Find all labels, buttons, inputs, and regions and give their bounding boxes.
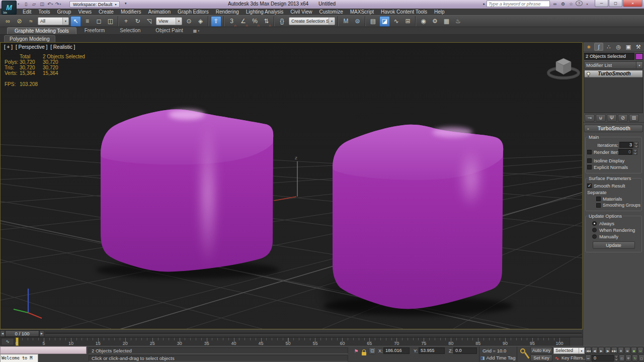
isolate-selection-icon[interactable]: ⚑ — [353, 347, 360, 354]
menu-create[interactable]: Create — [95, 9, 117, 15]
zoom-icon[interactable]: ⊕ — [618, 347, 624, 354]
ribbon-options-button[interactable]: ▦ ▾ — [193, 27, 199, 34]
exchange-apps-icon[interactable]: ⚙ — [559, 1, 567, 7]
render-iters-checkbox[interactable] — [587, 150, 592, 154]
explicit-normals-checkbox[interactable] — [587, 165, 592, 169]
render-production-icon[interactable]: ♨ — [453, 16, 463, 27]
maximize-button[interactable]: ◻ — [609, 0, 622, 7]
remove-modifier-icon[interactable]: ⊘ — [618, 114, 628, 122]
curve-editor-icon[interactable]: ∿ — [391, 16, 401, 27]
smoothing-groups-checkbox[interactable] — [596, 203, 601, 208]
schematic-view-icon[interactable]: ⊞ — [403, 16, 413, 27]
ribbon-tab-selection[interactable]: Selection — [113, 27, 147, 34]
z-coordinate-field[interactable]: 0.0 — [453, 347, 477, 354]
menu-group[interactable]: Group — [54, 9, 75, 15]
search-expand-icon[interactable]: ▸ — [483, 2, 485, 6]
add-time-tag-label[interactable]: Add Time Tag — [487, 355, 516, 360]
time-slider-track[interactable] — [45, 332, 582, 335]
utilities-tab[interactable]: ⚒ — [633, 43, 643, 51]
auto-key-button[interactable]: Auto Key — [530, 347, 552, 354]
spinner-down-icon[interactable]: ▾ — [634, 145, 638, 148]
go-to-start-button[interactable]: |◀◀ — [585, 347, 591, 354]
object-name-field[interactable]: 2 Objects Selected — [584, 53, 634, 60]
select-and-scale-icon[interactable]: ◹ — [144, 16, 154, 27]
graphite-ribbon-toggle-icon[interactable]: ◪ — [379, 16, 390, 27]
select-and-rotate-icon[interactable]: ↻ — [132, 16, 143, 27]
app-logo[interactable]: M 3ds — [2, 1, 17, 15]
select-and-link-icon[interactable]: ∞ — [3, 16, 13, 27]
undo-icon[interactable]: ↶▾ — [46, 1, 54, 8]
selection-lock-icon[interactable] — [362, 352, 366, 355]
menu-civil-view[interactable]: Civil View — [287, 9, 315, 15]
minimize-button[interactable]: ─ — [595, 0, 608, 7]
infocenter-search-icon[interactable]: ∞ — [551, 1, 558, 7]
unlink-selection-icon[interactable]: ⊘ — [14, 16, 25, 27]
bind-to-space-warp-icon[interactable]: ≈ — [26, 16, 36, 27]
spinner-down-icon[interactable]: ▾ — [633, 152, 637, 155]
layer-manager-icon[interactable]: ▤ — [368, 16, 378, 27]
selection-filter-dropdown[interactable]: All▼ — [38, 17, 69, 25]
percent-snap-icon[interactable]: %∩ — [250, 16, 260, 27]
ribbon-tab-graphite-modeling-tools[interactable]: Graphite Modeling Tools — [7, 27, 76, 34]
motion-tab[interactable]: ◎ — [614, 43, 623, 51]
y-coordinate-field[interactable]: 53.955 — [419, 347, 445, 354]
right-cube[interactable] — [333, 125, 503, 309]
rendered-frame-window-icon[interactable]: ▦ — [441, 16, 452, 27]
previous-frame-button[interactable]: ◀| — [592, 347, 598, 354]
modifier-list-dropdown[interactable]: Modifier List ▼ — [584, 61, 643, 69]
mini-curve-editor-icon[interactable]: ∿ — [1, 338, 14, 345]
named-selection-sets-dropdown[interactable]: Create Selection Se▼ — [289, 17, 335, 25]
favorites-star-icon[interactable]: ☆ — [568, 1, 575, 7]
zoom-all-icon[interactable]: ⊞ — [624, 347, 630, 354]
smooth-result-checkbox[interactable] — [587, 184, 592, 188]
zoom-extents-icon[interactable]: ▣ — [631, 347, 637, 354]
go-to-end-button[interactable]: ▶▶| — [611, 347, 617, 354]
menu-lighting-analysis[interactable]: Lighting Analysis — [243, 9, 287, 15]
frame-spinner[interactable]: ▴▾ — [614, 355, 618, 361]
menu-tools[interactable]: Tools — [35, 9, 53, 15]
modifier-visibility-bulb-icon[interactable] — [587, 72, 590, 75]
search-input[interactable] — [487, 1, 550, 7]
viewport-menu-general[interactable]: [ + ] — [4, 44, 13, 50]
radio-always[interactable] — [592, 221, 597, 226]
render-iters-field[interactable]: 0 — [618, 149, 632, 155]
select-and-manipulate-icon[interactable]: ◈ — [195, 16, 206, 27]
viewport-menu-pov[interactable]: [ Perspective ] — [16, 44, 47, 50]
reference-coordinate-dropdown[interactable]: View▼ — [156, 17, 182, 25]
display-tab[interactable]: ▣ — [624, 43, 633, 51]
previous-frame-arrow[interactable]: ◀ — [0, 330, 5, 337]
time-slider-handle[interactable]: 0 / 100 — [5, 330, 39, 337]
menu-help[interactable]: Help — [431, 9, 448, 15]
menu-customize[interactable]: Customize — [315, 9, 346, 15]
zoom-region-icon[interactable]: ◰ — [619, 354, 625, 361]
object-color-swatch[interactable] — [635, 53, 643, 60]
menu-animation[interactable]: Animation — [144, 9, 174, 15]
chevron-down-icon[interactable]: ▾ — [584, 1, 591, 7]
viewport-menu-shading[interactable]: [ Realistic ] — [50, 44, 75, 50]
use-pivot-center-icon[interactable]: ⊙ — [184, 16, 194, 27]
welcome-window-titlebar[interactable] — [0, 346, 87, 354]
zoom-extents-all-icon[interactable]: ⊡ — [637, 347, 643, 354]
isoline-display-checkbox[interactable] — [587, 158, 592, 163]
toolbar-overflow-icon[interactable]: ▾ — [125, 2, 127, 6]
mirror-icon[interactable]: M — [341, 16, 351, 27]
current-frame-field[interactable]: 0 — [592, 355, 614, 361]
menu-maxscript[interactable]: MAXScript — [347, 9, 377, 15]
new-scene-icon[interactable]: ▯ — [22, 1, 30, 8]
app-menu-caret-icon[interactable]: ▾ — [18, 2, 19, 6]
iterations-spinner[interactable]: ▴▾ — [634, 142, 638, 148]
snaps-toggle-icon[interactable]: 3∩ — [226, 16, 237, 27]
rollout-header-turbosmooth[interactable]: - TurboSmooth — [584, 125, 643, 132]
default-tangents-curve-icon[interactable]: ∿ — [553, 355, 560, 361]
maximize-viewport-toggle-icon[interactable]: ▢ — [638, 354, 644, 361]
help-icon[interactable]: ? — [576, 1, 583, 6]
viewcube[interactable] — [548, 58, 579, 78]
menu-havok-content-tools[interactable]: Havok Content Tools — [377, 9, 431, 15]
iterations-field[interactable]: 3 — [619, 142, 633, 148]
menu-edit[interactable]: Edit — [19, 9, 35, 15]
select-object-icon[interactable]: ↖ — [70, 16, 81, 27]
redo-icon[interactable]: ↷▾ — [54, 1, 62, 8]
key-filters-button[interactable]: Key Filters... — [561, 355, 587, 360]
next-frame-arrow[interactable]: ▶ — [39, 330, 44, 337]
hierarchy-tab[interactable]: ∴ — [604, 43, 613, 51]
